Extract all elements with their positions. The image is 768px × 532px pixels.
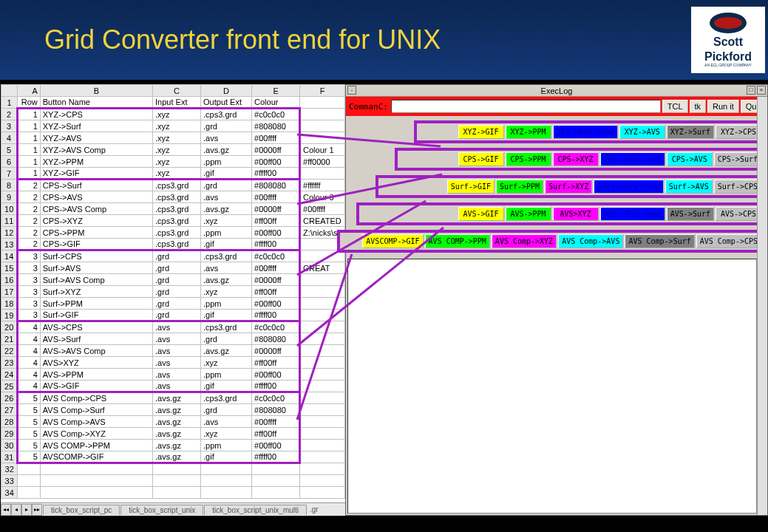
converter-button[interactable]: AVS->AVS Comp — [600, 207, 665, 221]
row-header[interactable]: 34 — [1, 487, 18, 499]
row-header[interactable]: 24 — [1, 369, 18, 381]
converter-button[interactable]: AVS->PPM — [506, 207, 551, 221]
cell[interactable]: #ffff00 — [252, 451, 300, 463]
cell[interactable]: .avs.gz — [201, 274, 252, 286]
cell[interactable]: .cps3.grd — [153, 215, 201, 227]
cell[interactable] — [300, 404, 345, 416]
cell[interactable]: .xyz — [153, 156, 201, 168]
converter-button[interactable]: XYZ->PPM — [506, 125, 551, 139]
row-header[interactable]: 6 — [1, 156, 18, 168]
cell[interactable]: .avs.gz — [153, 416, 201, 428]
cell[interactable]: 2 — [18, 203, 40, 215]
cell[interactable] — [300, 392, 345, 404]
cell[interactable]: Output Ext — [201, 97, 252, 109]
cell[interactable]: #c0c0c0 — [252, 392, 300, 404]
converter-button[interactable]: Surf->GIF — [447, 180, 495, 194]
cell[interactable]: XYZ->PPM — [40, 156, 152, 168]
cell[interactable]: .cps3.grd — [153, 191, 201, 203]
converter-button[interactable]: AVS>XYZ — [553, 207, 599, 221]
cell[interactable]: #ff0000 — [300, 156, 345, 168]
cell[interactable] — [300, 333, 345, 345]
row-header[interactable]: 30 — [1, 440, 18, 451]
cell[interactable]: .grd — [153, 262, 201, 274]
cell[interactable] — [201, 463, 252, 475]
cell[interactable]: 1 — [18, 120, 40, 132]
cell[interactable]: AVS->PPM — [40, 369, 152, 381]
cell[interactable] — [300, 120, 345, 132]
cell[interactable]: .grd — [201, 180, 252, 191]
sheet-tab[interactable]: tick_box_script_pc — [43, 505, 120, 515]
converter-button[interactable]: CPS->PPM — [506, 152, 551, 166]
cell[interactable] — [300, 381, 345, 392]
cell[interactable]: .gif — [201, 381, 252, 392]
cell[interactable]: .ppm — [201, 156, 252, 168]
column-header[interactable]: D — [201, 85, 252, 97]
cell[interactable]: XYZ->GIF — [40, 168, 152, 180]
cell[interactable]: .cps3.grd — [153, 239, 201, 250]
maximize-icon[interactable]: □ — [747, 86, 755, 95]
cell[interactable]: 4 — [18, 345, 40, 357]
cell[interactable]: 4 — [18, 357, 40, 369]
sheet-table[interactable]: ABCDEF 1RowButton NameInput ExtOutput Ex… — [1, 84, 345, 499]
cell[interactable]: 5 — [18, 451, 40, 463]
cell[interactable]: .avs.gz — [153, 440, 201, 451]
cell[interactable]: Colour 1 — [300, 144, 345, 156]
cell[interactable]: .gif — [201, 451, 252, 463]
cell[interactable]: .gif — [201, 239, 252, 250]
cell[interactable]: #ff00ff — [252, 286, 300, 298]
row-header[interactable]: 20 — [1, 321, 18, 333]
cell[interactable] — [300, 345, 345, 357]
cell[interactable]: .avs — [153, 321, 201, 333]
cell[interactable]: 3 — [18, 250, 40, 262]
cell[interactable]: #00ff00 — [252, 440, 300, 451]
row-header[interactable]: 17 — [1, 286, 18, 298]
sheet-tab[interactable]: tick_box_script_unix_multi — [204, 505, 307, 515]
close-icon[interactable]: × — [757, 86, 766, 95]
cell[interactable]: .grd — [201, 404, 252, 416]
cell[interactable] — [300, 168, 345, 180]
cell[interactable]: .avs — [201, 262, 252, 274]
column-header[interactable]: F — [300, 85, 345, 97]
cell[interactable]: .cps3.grd — [153, 203, 201, 215]
cell[interactable]: Colour — [252, 97, 300, 109]
cell[interactable]: .xyz — [153, 109, 201, 120]
column-header[interactable]: E — [252, 85, 300, 97]
cell[interactable]: AVS Comp->XYZ — [40, 428, 152, 440]
cell[interactable]: .cps3.grd — [201, 392, 252, 404]
row-header[interactable]: 31 — [1, 451, 18, 463]
cell[interactable]: .avs.gz — [153, 451, 201, 463]
cell[interactable]: .avs — [201, 132, 252, 144]
row-header[interactable]: 2 — [1, 109, 18, 120]
cell[interactable]: Surf->XYZ — [40, 286, 152, 298]
converter-button[interactable]: Surf->AVS — [665, 180, 713, 194]
tab-nav-prev[interactable]: ◂ — [11, 504, 21, 516]
cell[interactable]: .ppm — [201, 440, 252, 451]
tab-nav-first[interactable]: ◂◂ — [1, 504, 11, 516]
converter-button[interactable]: AVS->GIF — [458, 207, 504, 221]
cell[interactable]: Surf->AVS Comp — [40, 274, 152, 286]
cell[interactable]: .avs.gz — [201, 144, 252, 156]
cell[interactable]: .xyz — [201, 428, 252, 440]
row-header[interactable]: 16 — [1, 274, 18, 286]
converter-button[interactable]: XYZ->CPS — [716, 125, 761, 139]
cell[interactable]: #c0c0c0 — [252, 109, 300, 120]
cell[interactable] — [300, 357, 345, 369]
cell[interactable]: .xyz — [153, 120, 201, 132]
converter-button[interactable]: CPS->XYZ — [553, 152, 599, 166]
cell[interactable]: .grd — [153, 298, 201, 310]
row-header[interactable]: 5 — [1, 144, 18, 156]
row-header[interactable]: 10 — [1, 203, 18, 215]
row-header[interactable]: 25 — [1, 381, 18, 392]
converter-button[interactable]: CPS->Surf — [714, 152, 761, 166]
cell[interactable]: #ffff00 — [252, 168, 300, 180]
cell[interactable]: Button Name — [40, 97, 152, 109]
converter-button[interactable]: AVSCOMP->GIF — [362, 234, 423, 248]
cell[interactable]: CPS->AVS Comp — [40, 203, 152, 215]
cell[interactable] — [300, 451, 345, 463]
cell[interactable]: CPS->Surf — [40, 180, 152, 191]
cell[interactable]: Surf->GIF — [40, 310, 152, 321]
cell[interactable] — [300, 369, 345, 381]
cell[interactable]: 4 — [18, 333, 40, 345]
row-header[interactable]: 28 — [1, 416, 18, 428]
cell[interactable]: .ppm — [201, 369, 252, 381]
